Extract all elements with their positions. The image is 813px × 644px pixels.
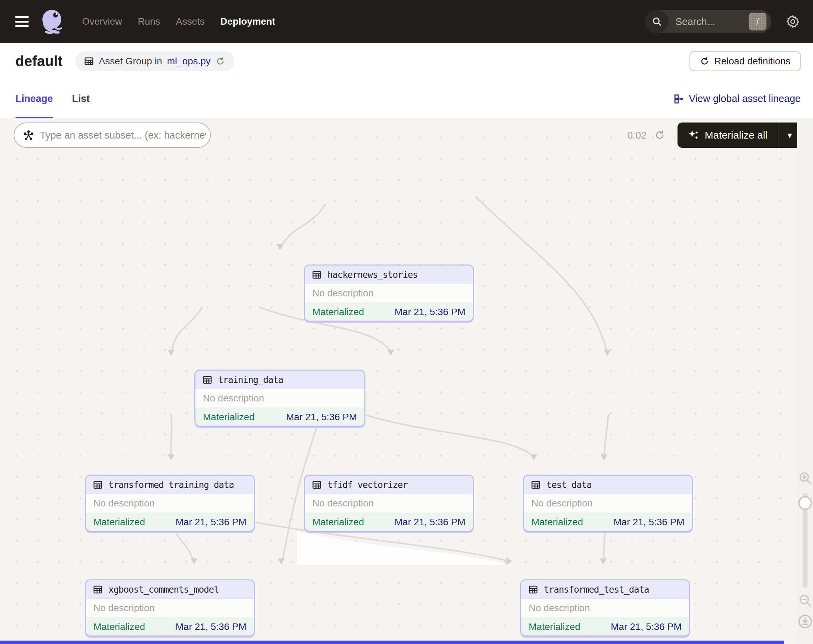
materialized-timestamp[interactable]: Mar 21, 5:36 PM [614, 517, 684, 527]
view-tabs: LineageList [15, 80, 90, 118]
horizontal-scrollbar[interactable] [0, 641, 784, 644]
asset-subset-input[interactable] [39, 129, 207, 141]
asset-graph-icon [23, 129, 34, 141]
reload-definitions-button[interactable]: Reload definitions [689, 51, 801, 71]
asset-node[interactable]: transformed_training_data No description… [85, 475, 255, 532]
materialized-status: Materialized [203, 412, 255, 423]
asset-node-footer: Materialized Mar 21, 5:36 PM [305, 513, 473, 531]
asset-node-footer: Materialized Mar 21, 5:36 PM [195, 408, 364, 426]
search-icon [645, 10, 669, 33]
asset-name: xgboost_comments_model [109, 584, 219, 595]
zoom-slider-handle[interactable] [798, 496, 812, 510]
asset-description: No description [524, 494, 692, 513]
table-grid-icon [312, 480, 322, 490]
materialized-timestamp[interactable]: Mar 21, 5:36 PM [611, 621, 682, 632]
asset-name: tfidf_vectorizer [327, 480, 408, 490]
lineage-graph-canvas[interactable]: 0:02 Materialize all ▾ [0, 118, 813, 644]
asset-node-header: transformed_training_data [86, 475, 254, 494]
badge-refresh-icon[interactable] [216, 57, 225, 66]
zoom-in-icon[interactable] [798, 471, 813, 487]
lineage-edges [0, 118, 813, 644]
materialized-status: Materialized [312, 307, 364, 317]
lineage-graph-icon [674, 94, 684, 104]
materialized-status: Materialized [94, 517, 145, 527]
search-shortcut-key: / [749, 13, 767, 31]
asset-name: test_data [546, 480, 592, 490]
asset-group-badge: Asset Group in ml_ops.py [75, 51, 234, 71]
asset-description: No description [195, 389, 364, 408]
asset-description: No description [86, 599, 254, 618]
sparkle-icon [688, 129, 699, 141]
materialize-all-split-button: Materialize all ▾ [678, 123, 801, 148]
dagster-logo-icon[interactable] [38, 7, 67, 36]
asset-node[interactable]: training_data No description Materialize… [194, 370, 365, 427]
page-title: default [15, 53, 63, 69]
table-grid-icon [202, 375, 213, 385]
asset-group-label: Asset Group in [99, 56, 162, 67]
nav-item[interactable]: Assets [176, 16, 205, 27]
nav-item[interactable]: Overview [82, 16, 122, 27]
asset-node-footer: Materialized Mar 21, 5:36 PM [524, 513, 692, 531]
table-grid-icon [312, 270, 322, 280]
materialized-status: Materialized [94, 621, 145, 632]
materialized-timestamp[interactable]: Mar 21, 5:36 PM [176, 517, 246, 527]
asset-name: training_data [218, 375, 283, 385]
top-navbar: OverviewRunsAssetsDeployment / [0, 0, 813, 43]
code-location-link[interactable]: ml_ops.py [167, 56, 211, 67]
materialized-status: Materialized [529, 621, 580, 632]
materialized-timestamp[interactable]: Mar 21, 5:36 PM [394, 517, 465, 527]
asset-node[interactable]: hackernews_stories No description Materi… [304, 265, 474, 322]
global-search[interactable]: / [645, 10, 771, 33]
reload-definitions-label: Reload definitions [714, 56, 790, 67]
hamburger-menu-icon[interactable] [15, 16, 29, 27]
view-global-asset-lineage-link[interactable]: View global asset lineage [674, 93, 801, 104]
table-grid-icon [528, 584, 538, 595]
asset-description: No description [521, 599, 689, 618]
zoom-control-rail [797, 118, 813, 644]
asset-name: transformed_test_data [544, 584, 649, 595]
table-grid-icon [84, 56, 94, 66]
navbar-right: / [645, 10, 800, 33]
asset-node[interactable]: tfidf_vectorizer No description Material… [304, 475, 474, 532]
asset-node-header: hackernews_stories [305, 265, 473, 284]
asset-node-footer: Materialized Mar 21, 5:36 PM [305, 303, 473, 321]
asset-name: transformed_training_data [109, 480, 234, 490]
nav-item[interactable]: Deployment [220, 16, 275, 27]
asset-node[interactable]: xgboost_comments_model No description Ma… [85, 579, 255, 636]
search-input[interactable] [675, 16, 738, 28]
asset-subset-filter[interactable] [14, 123, 211, 148]
materialize-all-button[interactable]: Materialize all [678, 123, 778, 148]
asset-description: No description [86, 494, 254, 513]
asset-description: No description [305, 494, 473, 513]
dagster-app: OverviewRunsAssetsDeployment / default [0, 0, 813, 644]
asset-description: No description [305, 284, 473, 303]
table-grid-icon [93, 584, 103, 595]
tab[interactable]: Lineage [15, 80, 53, 118]
asset-node[interactable]: transformed_test_data No description Mat… [520, 579, 690, 636]
nav-item[interactable]: Runs [138, 16, 160, 27]
view-global-asset-lineage-label: View global asset lineage [689, 93, 801, 104]
asset-node-header: transformed_test_data [521, 580, 689, 599]
asset-node-header: test_data [524, 475, 692, 494]
materialized-status: Materialized [312, 517, 364, 527]
refresh-timer: 0:02 [627, 130, 646, 141]
asset-node-footer: Materialized Mar 21, 5:36 PM [521, 618, 689, 636]
tabs-row: LineageList View global asset lineage [0, 80, 813, 119]
zoom-out-icon[interactable] [798, 593, 813, 609]
download-graph-icon[interactable] [797, 613, 813, 631]
graph-toolbar: 0:02 Materialize all ▾ [0, 123, 813, 148]
table-grid-icon [531, 480, 541, 490]
asset-name: hackernews_stories [327, 270, 418, 280]
materialized-timestamp[interactable]: Mar 21, 5:36 PM [176, 621, 246, 632]
tab[interactable]: List [72, 80, 90, 118]
materialized-timestamp[interactable]: Mar 21, 5:36 PM [286, 412, 357, 423]
settings-gear-icon[interactable] [785, 14, 800, 29]
reload-icon [700, 57, 709, 66]
asset-node[interactable]: test_data No description Materialized Ma… [523, 475, 693, 532]
primary-nav: OverviewRunsAssetsDeployment [82, 16, 275, 27]
materialized-timestamp[interactable]: Mar 21, 5:36 PM [394, 307, 465, 317]
asset-node-header: xgboost_comments_model [86, 580, 254, 599]
asset-node-header: tfidf_vectorizer [305, 475, 473, 494]
materialized-status: Materialized [531, 517, 583, 527]
graph-refresh-icon[interactable] [654, 130, 665, 141]
